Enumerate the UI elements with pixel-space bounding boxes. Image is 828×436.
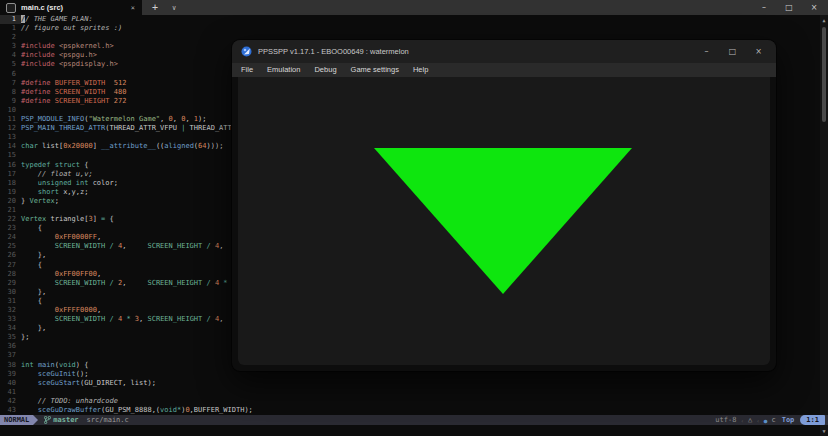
line-number: 31	[0, 297, 21, 306]
code-line: 39 sceGuInit();	[0, 370, 812, 379]
code-line: 42 // TODO: unhardcode	[0, 397, 812, 406]
vim-mode-indicator: NORMAL	[0, 415, 33, 425]
encoding-label: utf-8	[715, 416, 736, 424]
line-number: 14	[0, 142, 21, 151]
filetype-icon: ●	[764, 417, 768, 424]
git-branch: master	[44, 416, 78, 424]
line-number: 34	[0, 324, 21, 333]
line-number: 2	[0, 33, 21, 42]
green-triangle	[374, 148, 632, 294]
line-number: 13	[0, 133, 21, 142]
statusline-file-path: src/main.c	[87, 416, 129, 424]
code-line: 1// figure out sprites :)	[0, 24, 812, 33]
terminal-scrollbar[interactable]: ▲ ▼	[820, 15, 828, 436]
line-number: 39	[0, 370, 21, 379]
separator-icon: ‹	[756, 417, 760, 424]
tab-dropdown-icon[interactable]: ∨	[172, 4, 176, 12]
line-number: 24	[0, 233, 21, 242]
vim-statusline: NORMAL master src/main.c utf-8 ‹ △ ‹ ● c…	[0, 415, 828, 425]
line-number: 36	[0, 342, 21, 351]
menu-item-file[interactable]: File	[234, 63, 260, 77]
code-line: 40 sceGuStart(GU_DIRECT, list);	[0, 379, 812, 388]
tab-main-c[interactable]: main.c (src) ×	[0, 0, 142, 15]
git-branch-name: master	[53, 416, 78, 424]
line-number: 16	[0, 161, 21, 170]
line-number: 32	[0, 306, 21, 315]
line-number: 21	[0, 206, 21, 215]
line-number: 1	[0, 24, 21, 33]
ppsspp-menubar: FileEmulationDebugGame settingsHelp	[232, 63, 776, 77]
line-number: 35	[0, 333, 21, 342]
line-number: 12	[0, 124, 21, 133]
close-button[interactable]: ×	[809, 3, 819, 12]
line-number: 38	[0, 361, 21, 370]
tab-title: main.c (src)	[21, 3, 124, 12]
os-icon: △	[748, 416, 752, 424]
scroll-position-label: Top	[782, 416, 795, 424]
minimize-button[interactable]: –	[759, 3, 769, 12]
line-number: 28	[0, 270, 21, 279]
line-number: 15	[0, 151, 21, 160]
line-number: 1	[0, 15, 21, 24]
line-number: 33	[0, 315, 21, 324]
ppsspp-window: PPSSPP v1.17.1 - EBOO00649 : watermelon …	[232, 40, 776, 371]
line-number: 40	[0, 379, 21, 388]
close-button[interactable]: ×	[754, 47, 763, 56]
rendered-frame	[238, 77, 770, 365]
line-number: 17	[0, 170, 21, 179]
code-line: 43 sceGuDrawBuffer(GU_PSM_8888,(void*)0,…	[0, 406, 812, 415]
line-number: 29	[0, 279, 21, 288]
line-number: 43	[0, 406, 21, 415]
screen: main.c (src) × + ∨ – □ × 1// THE GAME PL…	[0, 0, 828, 436]
code-line: 41	[0, 388, 812, 397]
ppsspp-titlebar[interactable]: PPSSPP v1.17.1 - EBOO00649 : watermelon …	[232, 40, 776, 63]
statusline-right: utf-8 ‹ △ ‹ ● c Top 1:1	[715, 415, 828, 425]
ppsspp-logo-icon	[241, 46, 252, 57]
menu-item-emulation[interactable]: Emulation	[260, 63, 307, 77]
code-line: 1// THE GAME PLAN:	[0, 15, 812, 24]
line-number: 25	[0, 242, 21, 251]
menu-item-help[interactable]: Help	[406, 63, 435, 77]
scroll-up-icon[interactable]: ▲	[820, 17, 828, 23]
line-number: 8	[0, 88, 21, 97]
line-number: 20	[0, 197, 21, 206]
line-number: 19	[0, 188, 21, 197]
tab-close-icon[interactable]: ×	[124, 4, 142, 12]
ppsspp-window-controls: – □ ×	[702, 47, 776, 56]
menu-item-debug[interactable]: Debug	[307, 63, 343, 77]
line-number: 11	[0, 115, 21, 124]
ppsspp-render-viewport	[238, 77, 770, 365]
vim-command-line	[0, 425, 828, 436]
line-number: 3	[0, 42, 21, 51]
git-branch-icon	[44, 416, 51, 424]
line-number: 9	[0, 97, 21, 106]
terminal-tab-bar: main.c (src) × + ∨ – □ ×	[0, 0, 828, 15]
filetype-label: c	[771, 416, 775, 424]
line-number: 22	[0, 215, 21, 224]
line-number: 4	[0, 51, 21, 60]
scroll-down-icon[interactable]: ▼	[820, 428, 828, 434]
menu-item-game-settings[interactable]: Game settings	[344, 63, 406, 77]
line-number: 42	[0, 397, 21, 406]
line-number: 18	[0, 179, 21, 188]
line-number: 41	[0, 388, 21, 397]
separator-icon: ‹	[740, 417, 744, 424]
line-number: 10	[0, 106, 21, 115]
line-number: 6	[0, 70, 21, 79]
line-number: 30	[0, 288, 21, 297]
line-number: 5	[0, 60, 21, 69]
line-number: 26	[0, 251, 21, 260]
line-number: 37	[0, 351, 21, 360]
line-number: 27	[0, 261, 21, 270]
powerline-arrow-icon	[33, 415, 38, 425]
terminal-window-controls: – □ ×	[759, 3, 828, 12]
line-number: 23	[0, 224, 21, 233]
tab-file-icon	[6, 3, 16, 13]
scrollbar-thumb[interactable]	[822, 27, 826, 122]
new-tab-button[interactable]: +	[152, 0, 158, 15]
minimize-button[interactable]: –	[702, 47, 711, 56]
line-number: 7	[0, 79, 21, 88]
ppsspp-window-title: PPSSPP v1.17.1 - EBOO00649 : watermelon	[258, 47, 409, 56]
maximize-button[interactable]: □	[728, 47, 737, 56]
maximize-button[interactable]: □	[784, 3, 794, 12]
